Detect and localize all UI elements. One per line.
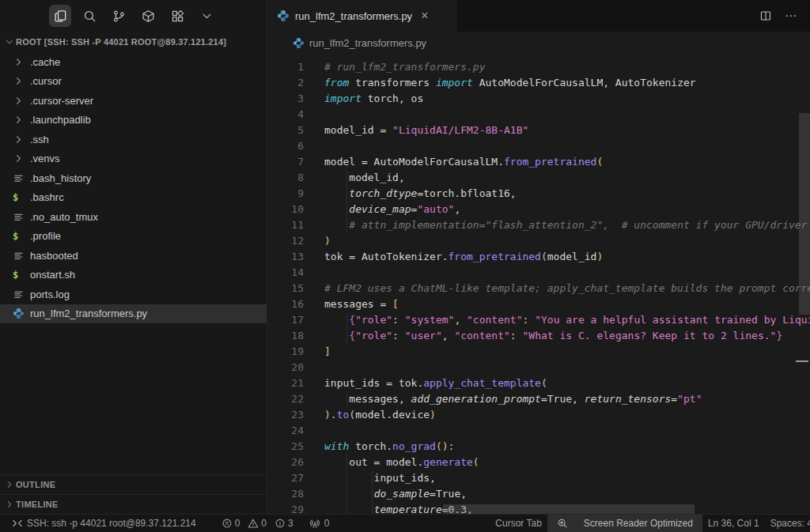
code-line-5: 5model_id = "LiquidAI/LFM2-8B-A1B" (267, 123, 810, 138)
line-content: messages, add_generation_prompt=True, re… (304, 391, 810, 407)
explorer-item--bash-history[interactable]: .bash_history (0, 168, 267, 188)
line-content: # run_lfm2_transformers.py (304, 59, 810, 75)
explorer-item--venvs[interactable]: .venvs (0, 149, 267, 169)
line-content: ) (304, 233, 810, 249)
indent-guide (372, 502, 373, 514)
explorer-item-ports-log[interactable]: ports.log (0, 285, 267, 304)
explorer-item--no-auto-tmux[interactable]: .no_auto_tmux (0, 207, 267, 227)
indent-guide (346, 455, 347, 470)
code-line-7: 7model = AutoModelForCausalLM.from_pretr… (267, 154, 810, 170)
line-content (304, 138, 810, 154)
tab-bar: run_lfm2_transformers.py × ⋯ (267, 0, 810, 32)
line-number: 20 (267, 360, 304, 375)
line-number: 16 (267, 296, 304, 312)
chevron-right-icon (3, 499, 16, 510)
explorer-item--bashrc[interactable]: $.bashrc (0, 188, 267, 208)
code-line-22: 22 messages, add_generation_prompt=True,… (267, 391, 810, 407)
line-content: ] (304, 344, 810, 360)
code-line-28: 28 do_sample=True, (267, 486, 810, 502)
code-line-14: 14 (267, 265, 810, 281)
explorer-item-label: .cursor-server (30, 95, 93, 107)
shell-file-icon: $ (13, 191, 30, 204)
editor-area: run_lfm2_transformers.py × ⋯ run_lfm2_tr… (267, 0, 810, 514)
outline-label: OUTLINE (16, 480, 55, 489)
list-file-icon (13, 288, 30, 300)
line-number: 11 (267, 217, 304, 233)
timeline-section[interactable]: TIMELINE (0, 494, 267, 514)
more-actions-icon[interactable]: ⋯ (785, 9, 797, 23)
status-cursor-tab[interactable]: Cursor Tab (490, 515, 547, 532)
explorer-root-header[interactable]: ROOT [SSH: SSH -P 44021 ROOT@89.37.121.2… (0, 32, 267, 52)
indent-guide (372, 486, 373, 502)
status-cursor-position[interactable]: Ln 36, Col 1 (702, 515, 765, 532)
radio-tower-icon (309, 518, 320, 529)
breadcrumb-filename: run_lfm2_transformers.py (309, 37, 426, 49)
source-control-icon[interactable] (108, 5, 130, 27)
chevron-right-icon (13, 114, 30, 126)
search-icon[interactable] (78, 5, 100, 27)
close-icon[interactable]: × (421, 9, 428, 22)
remote-indicator[interactable]: SSH: ssh -p 44021 root@89.37.121.214 (6, 515, 202, 532)
breadcrumb[interactable]: run_lfm2_transformers.py (267, 32, 810, 54)
ports-indicator[interactable]: 0 (304, 515, 335, 532)
code-editor[interactable]: 1# run_lfm2_transformers.py2from transfo… (267, 54, 810, 514)
tab-label: run_lfm2_transformers.py (295, 10, 412, 22)
list-file-icon (13, 172, 30, 184)
shell-file-icon: $ (13, 269, 30, 281)
extensions-icon[interactable] (166, 5, 188, 27)
line-number: 15 (267, 281, 304, 296)
error-icon (221, 518, 233, 529)
explorer-item-label: hasbooted (30, 250, 78, 262)
problems-indicator[interactable]: 0 0 3 (216, 515, 299, 532)
explorer-item-hasbooted[interactable]: hasbooted (0, 246, 267, 266)
remote-icon (12, 518, 23, 529)
code-line-10: 10 device_map="auto", (267, 202, 810, 217)
vertical-scrollbar[interactable] (799, 113, 810, 315)
line-number: 4 (267, 107, 304, 123)
line-content (304, 265, 810, 281)
warning-count: 0 (261, 518, 267, 529)
line-content (304, 423, 810, 439)
code-line-25: 25with torch.no_grad(): (267, 439, 810, 455)
remote-cube-icon[interactable] (137, 5, 159, 27)
split-editor-icon[interactable] (759, 9, 772, 22)
explorer-item--profile[interactable]: $.profile (0, 227, 267, 247)
explorer-item-label: .profile (30, 230, 61, 242)
explorer-item-label: .ssh (30, 134, 49, 145)
explorer-item-run-lfm2-transformers-py[interactable]: run_lfm2_transformers.py (0, 304, 267, 324)
error-count: 0 (235, 518, 240, 529)
explorer-item--ssh[interactable]: .ssh (0, 130, 267, 149)
line-number: 8 (267, 170, 304, 186)
status-screen-reader[interactable]: Screen Reader Optimized (547, 515, 702, 532)
explorer-item--launchpadlib[interactable]: .launchpadlib (0, 111, 267, 130)
code-line-18: 18 {"role": "user", "content": "What is … (267, 328, 810, 344)
files-icon[interactable] (49, 5, 71, 27)
status-indentation[interactable]: Spaces: 4 (765, 515, 810, 532)
code-line-13: 13tok = AutoTokenizer.from_pretrained(mo… (267, 249, 810, 265)
panel-chevron-icon[interactable] (195, 5, 218, 27)
line-content: do_sample=True, (304, 486, 810, 502)
line-number: 10 (267, 202, 304, 217)
line-content: from transformers import AutoModelForCau… (304, 75, 810, 91)
line-content: import torch, os (304, 91, 810, 107)
explorer-root-label: ROOT [SSH: SSH -P 44021 ROOT@89.37.121.2… (16, 37, 226, 47)
indent-guide (372, 470, 373, 486)
line-number: 22 (267, 391, 304, 407)
code-line-19: 19] (267, 344, 810, 360)
explorer-item--cursor[interactable]: .cursor (0, 72, 267, 92)
code-lines: 1# run_lfm2_transformers.py2from transfo… (267, 59, 810, 514)
explorer-item--cache[interactable]: .cache (0, 52, 267, 72)
ports-count: 0 (324, 518, 330, 529)
line-content: input_ids, (304, 470, 810, 486)
outline-section[interactable]: OUTLINE (0, 474, 267, 494)
python-icon (293, 37, 305, 49)
horizontal-scrollbar[interactable] (443, 504, 695, 514)
explorer-item-onstart-sh[interactable]: $onstart.sh (0, 266, 267, 285)
indent-guide (346, 502, 347, 514)
tab-run-lfm2-transformers[interactable]: run_lfm2_transformers.py × (267, 0, 457, 32)
explorer-item-label: run_lfm2_transformers.py (30, 308, 147, 319)
line-number: 19 (267, 344, 304, 360)
explorer-item--cursor-server[interactable]: .cursor-server (0, 91, 267, 111)
explorer-item-label: .bash_history (30, 172, 91, 184)
line-number: 6 (267, 138, 304, 154)
